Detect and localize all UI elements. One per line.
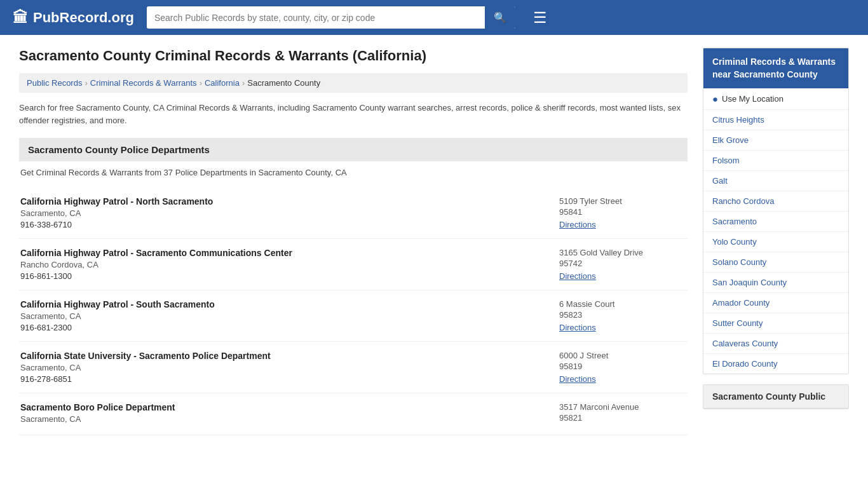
- dept-right-3: 6000 J Street 95819 Directions: [559, 351, 686, 384]
- directions-link[interactable]: Directions: [559, 220, 596, 229]
- table-row: California State University - Sacramento…: [19, 342, 688, 393]
- site-header: 🏛 PubRecord.org 🔍 ☰: [0, 0, 868, 35]
- sidebar-link-3[interactable]: Galt: [712, 176, 728, 186]
- dept-address: 3517 Marconi Avenue: [559, 402, 686, 412]
- sidebar-link-12[interactable]: El Dorado County: [712, 359, 778, 369]
- use-location-label: Use My Location: [722, 94, 783, 104]
- dept-city: Sacramento, CA: [20, 311, 546, 321]
- dept-phone: 916-681-2300: [20, 323, 546, 332]
- sidebar-link-7[interactable]: Solano County: [712, 257, 766, 267]
- sidebar-link-10[interactable]: Sutter County: [712, 318, 763, 328]
- sidebar-nearby-item[interactable]: Rancho Cordova: [703, 191, 848, 212]
- sidebar-nearby-item[interactable]: Sacramento: [703, 212, 848, 232]
- table-row: Sacramento Boro Police Department Sacram…: [19, 393, 688, 435]
- breadcrumb-criminal-records[interactable]: Criminal Records & Warrants: [90, 78, 197, 88]
- table-row: California Highway Patrol - South Sacram…: [19, 290, 688, 342]
- sidebar-link-2[interactable]: Folsom: [712, 156, 740, 165]
- dept-zip: 95819: [559, 362, 686, 371]
- section-subtitle: Get Criminal Records & Warrants from 37 …: [19, 168, 688, 177]
- dept-phone: 916-278-6851: [20, 374, 546, 384]
- search-button[interactable]: 🔍: [485, 6, 515, 29]
- main-container: Sacramento County Criminal Records & War…: [0, 35, 868, 448]
- sidebar-nearby-item[interactable]: Elk Grove: [703, 130, 848, 151]
- dept-right-1: 3165 Gold Valley Drive 95742 Directions: [559, 248, 686, 281]
- dept-left-3: California State University - Sacramento…: [20, 351, 546, 384]
- logo[interactable]: 🏛 PubRecord.org: [13, 9, 134, 27]
- dept-phone: 916-338-6710: [20, 220, 546, 229]
- dept-address: 5109 Tyler Street: [559, 196, 686, 206]
- dept-right-0: 5109 Tyler Street 95841 Directions: [559, 196, 686, 229]
- logo-icon: 🏛: [13, 9, 28, 27]
- sidebar-link-9[interactable]: Amador County: [712, 298, 770, 308]
- dept-zip: 95823: [559, 310, 686, 320]
- sidebar-link-11[interactable]: Calaveras County: [712, 339, 778, 348]
- breadcrumb-sep-3: ›: [242, 78, 245, 88]
- dept-city: Sacramento, CA: [20, 363, 546, 372]
- sidebar-nearby-item[interactable]: Folsom: [703, 151, 848, 171]
- sidebar-nearby-item[interactable]: San Joaquin County: [703, 273, 848, 293]
- search-bar: 🔍: [147, 6, 515, 29]
- breadcrumb: Public Records › Criminal Records & Warr…: [19, 73, 688, 93]
- table-row: California Highway Patrol - Sacramento C…: [19, 239, 688, 290]
- sidebar-nearby-item[interactable]: Calaveras County: [703, 334, 848, 354]
- dept-left-0: California Highway Patrol - North Sacram…: [20, 196, 546, 229]
- dept-right-2: 6 Massie Court 95823 Directions: [559, 299, 686, 332]
- dept-left-1: California Highway Patrol - Sacramento C…: [20, 248, 546, 281]
- dept-right-4: 3517 Marconi Avenue 95821: [559, 402, 686, 426]
- sidebar-link-5[interactable]: Sacramento: [712, 217, 757, 226]
- public-box: Sacramento County Public: [703, 384, 849, 409]
- dept-zip: 95742: [559, 259, 686, 268]
- sidebar-nearby-item[interactable]: El Dorado County: [703, 354, 848, 374]
- sidebar-nearby-item[interactable]: Sutter County: [703, 313, 848, 334]
- page-title: Sacramento County Criminal Records & War…: [19, 48, 688, 64]
- sidebar-link-4[interactable]: Rancho Cordova: [712, 196, 775, 206]
- sidebar-link-6[interactable]: Yolo County: [712, 237, 757, 247]
- main-content: Sacramento County Criminal Records & War…: [19, 48, 688, 435]
- dept-name: California State University - Sacramento…: [20, 351, 546, 361]
- use-location-item[interactable]: ● Use My Location: [703, 88, 848, 110]
- section-header: Sacramento County Police Departments: [19, 138, 688, 161]
- dept-name: California Highway Patrol - North Sacram…: [20, 196, 546, 207]
- dept-name: California Highway Patrol - Sacramento C…: [20, 248, 546, 258]
- sidebar-nearby-item[interactable]: Yolo County: [703, 232, 848, 252]
- search-input[interactable]: [147, 8, 485, 28]
- public-header: Sacramento County Public: [703, 385, 848, 409]
- dept-name: California Highway Patrol - South Sacram…: [20, 299, 546, 309]
- logo-text: PubRecord.org: [33, 10, 134, 26]
- sidebar-nearby-item[interactable]: Citrus Heights: [703, 110, 848, 130]
- dept-left-2: California Highway Patrol - South Sacram…: [20, 299, 546, 332]
- breadcrumb-sep-1: ›: [85, 78, 87, 88]
- dept-address: 3165 Gold Valley Drive: [559, 248, 686, 257]
- directions-link[interactable]: Directions: [559, 271, 596, 281]
- directions-link[interactable]: Directions: [559, 323, 596, 332]
- dept-zip: 95821: [559, 413, 686, 423]
- dept-city: Rancho Cordova, CA: [20, 260, 546, 269]
- breadcrumb-current: Sacramento County: [247, 78, 320, 88]
- dept-zip: 95841: [559, 207, 686, 217]
- breadcrumb-california[interactable]: California: [205, 78, 240, 88]
- dept-address: 6000 J Street: [559, 351, 686, 360]
- sidebar-nearby-item[interactable]: Solano County: [703, 252, 848, 273]
- dept-left-4: Sacramento Boro Police Department Sacram…: [20, 402, 546, 426]
- location-pin-icon: ●: [712, 93, 718, 104]
- dept-city: Sacramento, CA: [20, 414, 546, 424]
- hamburger-menu[interactable]: ☰: [533, 9, 547, 27]
- sidebar: Criminal Records & Warrants near Sacrame…: [703, 48, 849, 435]
- directions-link[interactable]: Directions: [559, 374, 596, 384]
- dept-address: 6 Massie Court: [559, 299, 686, 309]
- sidebar-links: Citrus HeightsElk GroveFolsomGaltRancho …: [703, 110, 848, 374]
- department-list: California Highway Patrol - North Sacram…: [19, 187, 688, 435]
- breadcrumb-public-records[interactable]: Public Records: [27, 78, 82, 88]
- sidebar-link-0[interactable]: Citrus Heights: [712, 115, 764, 125]
- sidebar-link-8[interactable]: San Joaquin County: [712, 278, 787, 287]
- dept-phone: 916-861-1300: [20, 271, 546, 281]
- dept-name: Sacramento Boro Police Department: [20, 402, 546, 412]
- dept-city: Sacramento, CA: [20, 208, 546, 218]
- nearby-box: Criminal Records & Warrants near Sacrame…: [703, 48, 849, 374]
- page-description: Search for free Sacramento County, CA Cr…: [19, 102, 688, 126]
- sidebar-nearby-item[interactable]: Amador County: [703, 293, 848, 313]
- sidebar-link-1[interactable]: Elk Grove: [712, 135, 749, 145]
- breadcrumb-sep-2: ›: [200, 78, 202, 88]
- table-row: California Highway Patrol - North Sacram…: [19, 187, 688, 239]
- sidebar-nearby-item[interactable]: Galt: [703, 171, 848, 191]
